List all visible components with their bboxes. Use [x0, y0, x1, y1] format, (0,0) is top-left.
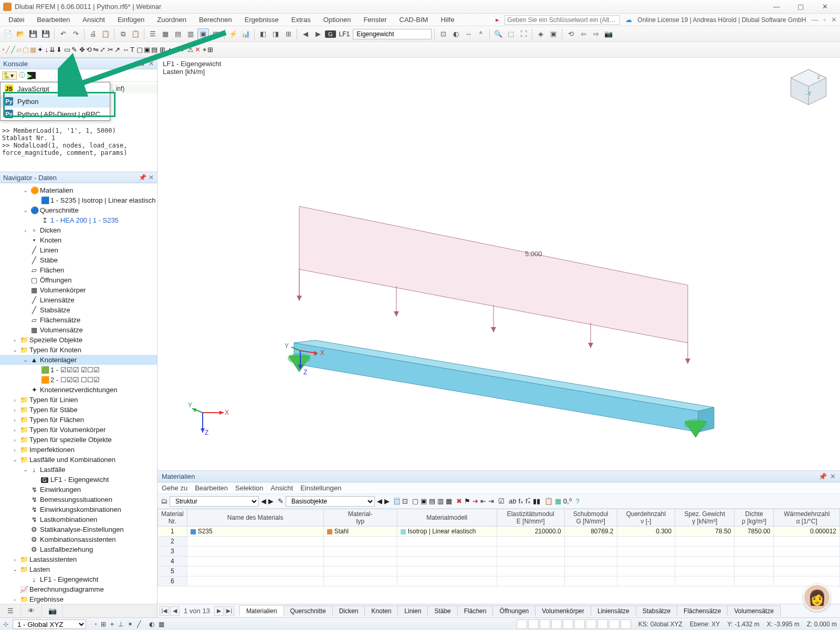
- tree-item[interactable]: ╱Liniensätze: [0, 295, 157, 305]
- konsole-info-icon[interactable]: ⓘ: [19, 71, 25, 80]
- bp-sel2-icon[interactable]: ⊡: [402, 497, 408, 505]
- tb-report-icon[interactable]: 📋: [100, 28, 111, 40]
- tb-undo-icon[interactable]: ↶: [57, 28, 69, 40]
- tab-volumenkoerper[interactable]: Volumenkörper: [535, 605, 591, 616]
- bp-wand-icon[interactable]: ✎: [278, 497, 284, 505]
- tb2-mirror-icon[interactable]: ⇋: [93, 46, 99, 54]
- bp-menu-bearbeiten[interactable]: Bearbeiten: [195, 484, 228, 492]
- sb-v10-icon[interactable]: [621, 620, 631, 629]
- menu-einfuegen[interactable]: Einfügen: [112, 15, 150, 25]
- tree-item[interactable]: ↓LF1 - Eigengewicht: [0, 574, 157, 584]
- konsole-pin-icon[interactable]: 📌: [139, 60, 146, 67]
- tree-item[interactable]: ›📁Typen für Flächen: [0, 415, 157, 425]
- tb-open-icon[interactable]: 📂: [15, 28, 26, 40]
- tb2-line-icon[interactable]: ╱: [6, 46, 10, 54]
- bp-check-icon[interactable]: ☑: [498, 497, 505, 505]
- tb-auto-icon[interactable]: ⟲: [565, 28, 576, 40]
- tb-table-icon[interactable]: ▥: [185, 28, 196, 40]
- tree-item[interactable]: ›📁Typen für Stäbe: [0, 405, 157, 415]
- tb-paste-icon[interactable]: 📋: [130, 28, 141, 40]
- tree-item[interactable]: ⚙Statikanalyse-Einstellungen: [0, 524, 157, 534]
- tree-item[interactable]: •Knoten: [0, 235, 157, 245]
- tb2-dim-icon[interactable]: ↔: [122, 46, 129, 54]
- sb-v1-icon[interactable]: [517, 620, 527, 629]
- tb2-del-icon[interactable]: ✕: [195, 46, 201, 54]
- tree-item[interactable]: ▦Volumenkörper: [0, 285, 157, 295]
- tb-copy-icon[interactable]: ⧉: [117, 28, 129, 40]
- bp-b4-icon[interactable]: ▥: [437, 497, 444, 505]
- tb2-warn-icon[interactable]: ⚠: [187, 46, 194, 54]
- bp-menu-gehezu[interactable]: Gehe zu: [162, 484, 187, 492]
- tb2-load2-icon[interactable]: ⇊: [49, 46, 55, 54]
- tb-panel-icon[interactable]: ▧: [210, 28, 222, 40]
- tb-print-icon[interactable]: 🖨: [87, 28, 99, 40]
- tb-redo-icon[interactable]: ↷: [70, 28, 81, 40]
- tree-item[interactable]: ╱Stäbe: [0, 255, 157, 265]
- sb-snap-icon[interactable]: ⸰: [94, 621, 97, 628]
- menu-optionen[interactable]: Optionen: [318, 15, 356, 25]
- tb2-solid-icon[interactable]: ▦: [30, 46, 36, 54]
- lang-menu-javascript[interactable]: JSJavaScript: [1, 82, 110, 95]
- tree-item[interactable]: ›📁Typen für spezielle Objekte: [0, 435, 157, 445]
- bp-export-icon[interactable]: ⇥: [488, 497, 494, 505]
- tab-linien[interactable]: Linien: [397, 605, 428, 616]
- tab-stabsaetze[interactable]: Stabsätze: [636, 605, 677, 616]
- sb-v7-icon[interactable]: [586, 620, 596, 629]
- materials-table[interactable]: MaterialNr. Name des Materials Material-…: [158, 509, 840, 604]
- tree-item[interactable]: ↯Lastkombinationen: [0, 514, 157, 524]
- tb2-grid2-icon[interactable]: ⊞: [207, 46, 213, 54]
- minimize-button[interactable]: —: [764, 0, 789, 14]
- tree-item[interactable]: ↯Einwirkungskombinationen: [0, 505, 157, 514]
- mdi-minimize-icon[interactable]: —: [811, 16, 818, 24]
- tb2-scale-icon[interactable]: ⤢: [100, 46, 106, 54]
- tree-item[interactable]: ›▫Dicken: [0, 225, 157, 235]
- menu-zuordnen[interactable]: Zuordnen: [152, 15, 192, 25]
- help-search-input[interactable]: [505, 15, 620, 25]
- menu-fenster[interactable]: Fenster: [358, 15, 392, 25]
- support-avatar[interactable]: 👩: [803, 584, 831, 611]
- tab-oeffnungen[interactable]: Öffnungen: [492, 605, 536, 616]
- tree-item[interactable]: ⚙Kombinationsassistenten: [0, 534, 157, 544]
- sb-v9-icon[interactable]: [609, 620, 620, 629]
- konsole-lang-dropdown[interactable]: 🐍▾: [2, 71, 17, 80]
- menu-cadbim[interactable]: CAD-BIM: [394, 15, 434, 25]
- bp-fx2-icon[interactable]: fₓ̄: [526, 497, 531, 505]
- tb-view3-icon[interactable]: ⊞: [282, 28, 294, 40]
- tb-zoomfit-icon[interactable]: ⛶: [518, 28, 529, 40]
- tb2-member-icon[interactable]: ╱: [11, 46, 15, 54]
- table-row[interactable]: 1 S235 Stahl Isotrop | Linear elastisch …: [158, 527, 840, 537]
- sb-osnap-icon[interactable]: ⌖: [110, 621, 114, 628]
- bp-delred-icon[interactable]: ✖: [456, 497, 462, 505]
- tb-prev-icon[interactable]: ⇦: [578, 28, 589, 40]
- tree-item[interactable]: ›📁Typen für Linien: [0, 395, 157, 405]
- bp-help-icon[interactable]: ?: [576, 497, 580, 505]
- tb2-snap-icon[interactable]: ⌖: [203, 46, 206, 54]
- tree-item[interactable]: ↯Einwirkungen: [0, 485, 157, 495]
- sb-v4-icon[interactable]: [551, 620, 562, 629]
- sb-ortho-icon[interactable]: ⊥: [118, 621, 123, 628]
- tb-list-icon[interactable]: ☰: [147, 28, 159, 40]
- tb-iso-icon[interactable]: ◈: [535, 28, 547, 40]
- navigator-pin-icon[interactable]: 📌: [139, 174, 146, 181]
- tree-item[interactable]: ⌄🟠Materialien: [0, 185, 157, 195]
- bp-b5-icon[interactable]: ▦: [446, 497, 452, 505]
- tree-item[interactable]: Ɪ1 - HEA 200 | 1 - S235: [0, 215, 157, 225]
- bp-prev-icon[interactable]: ◀: [261, 497, 266, 505]
- menu-datei[interactable]: Datei: [3, 15, 29, 25]
- bp-flag-icon[interactable]: ⚑: [464, 497, 470, 505]
- tab-next-icon[interactable]: ▶: [214, 606, 224, 616]
- navigator-tree[interactable]: ⌄🟠Materialien🟦1 - S235 | Isotrop | Linea…: [0, 183, 157, 604]
- bp-sel-icon[interactable]: ⬚: [394, 497, 400, 505]
- bp-unit-icon[interactable]: 0,⁰: [563, 497, 572, 505]
- tb2-move-icon[interactable]: ✥: [79, 46, 85, 54]
- tb2-sel-icon[interactable]: ▭: [64, 46, 70, 54]
- tb2-box1-icon[interactable]: ▢: [136, 46, 143, 54]
- tb2-load1-icon[interactable]: ↓: [45, 46, 49, 54]
- tb2-box2-icon[interactable]: ▣: [144, 46, 150, 54]
- tb-grid-icon[interactable]: ▦: [160, 28, 171, 40]
- tree-item[interactable]: ›📁Spezielle Objekte: [0, 335, 157, 345]
- tb-view1-icon[interactable]: ◧: [257, 28, 269, 40]
- tab-knoten[interactable]: Knoten: [364, 605, 398, 616]
- lang-menu-python-grpc[interactable]: PyPython | API-Dienst | gRPC: [1, 108, 110, 120]
- tb-zoomwin-icon[interactable]: ⬚: [505, 28, 517, 40]
